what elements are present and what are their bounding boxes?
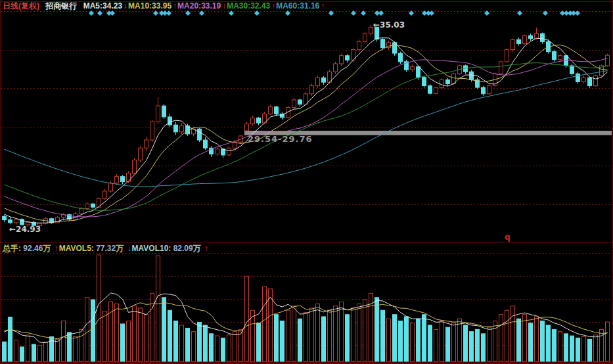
volume-bar-up — [292, 306, 296, 361]
volume-bar-down — [405, 317, 409, 361]
candle-up — [139, 148, 143, 160]
volume-bar-up — [340, 302, 344, 361]
vol-value: 92.46 — [23, 244, 43, 253]
candle-down — [482, 87, 486, 94]
candle-up — [535, 34, 539, 39]
volume-bar-up — [85, 298, 89, 361]
ma30-value: 32.43 — [250, 1, 270, 11]
volume-bar-down — [422, 315, 426, 361]
candle-up — [245, 124, 249, 131]
volume-bar-down — [588, 339, 592, 361]
candle-up — [316, 78, 320, 85]
volume-bar-down — [204, 325, 208, 361]
volume-bar-down — [174, 321, 178, 361]
event-diamond-icon — [110, 11, 115, 16]
ma-indicator-group: MA5: 34.23↓MA10: 33.95↑MA20: 33.19↑MA30:… — [83, 1, 326, 11]
volume-bar-up — [316, 304, 320, 361]
volume-bar-up — [511, 306, 515, 361]
candle-down — [399, 53, 403, 62]
volume-bar-up — [594, 335, 598, 361]
volume-bar-down — [375, 298, 379, 361]
volume-bar-down — [564, 334, 568, 361]
candle-up — [440, 80, 444, 87]
candle-down — [257, 118, 261, 123]
candle-up — [180, 126, 184, 132]
bottom-frame-strip — [0, 361, 613, 364]
candle-down — [588, 78, 592, 85]
candle-up — [369, 27, 373, 34]
candle-up — [85, 204, 89, 208]
volume-bar-down — [198, 322, 202, 361]
ma5-line — [5, 38, 608, 223]
volume-bar-up — [233, 332, 237, 361]
volume-bar-up — [493, 321, 497, 361]
volume-bar-down — [446, 327, 450, 361]
vol-unit: 万 — [116, 244, 125, 253]
candle-up — [594, 76, 598, 85]
volume-bar-up — [26, 335, 30, 361]
candle-down — [3, 216, 7, 219]
candle-up — [269, 107, 273, 114]
candle-up — [251, 118, 255, 124]
volume-bar-down — [428, 325, 432, 361]
volume-bar-up — [440, 321, 444, 361]
event-diamond-icon — [185, 11, 191, 16]
volume-bar-down — [68, 332, 72, 361]
candle-up — [14, 219, 18, 223]
candle-up — [150, 122, 154, 140]
volume-bar-up — [62, 321, 66, 361]
candle-up — [310, 86, 314, 94]
volume-bar-up — [156, 256, 160, 361]
volume-bar-down — [553, 329, 556, 361]
vol-MAVOL10-label: MAVOL10: — [132, 244, 173, 253]
volume-bar-up — [558, 332, 562, 361]
volume-bar-down — [517, 319, 521, 361]
trend-up-arrow-icon: ↑ — [204, 244, 208, 253]
volume-bar-down — [470, 332, 474, 361]
volume-bar-up — [363, 300, 367, 361]
ma20-value: 33.19 — [201, 1, 221, 11]
volume-bar-down — [570, 336, 574, 361]
volume-bar-up — [145, 315, 148, 361]
volume-bar-up — [369, 293, 373, 361]
volume-bar-up — [74, 336, 78, 361]
candle-down — [417, 67, 420, 78]
volume-bar-up — [227, 335, 231, 361]
candle-down — [381, 39, 385, 48]
candle-up — [488, 86, 491, 94]
volume-bar-down — [476, 329, 480, 361]
event-diamond-icon — [351, 11, 356, 16]
candle-down — [168, 117, 172, 125]
volume-bar-up — [535, 317, 539, 361]
volume-bar-down — [168, 310, 172, 361]
candle-down — [91, 204, 95, 207]
volume-bar-up — [127, 321, 131, 361]
candle-down — [553, 52, 556, 60]
volume-bar-down — [275, 315, 279, 361]
volume-bar-up — [304, 312, 308, 361]
kline-chart-canvas[interactable]: ←35.03←24.9329.54-29.76q — [0, 0, 613, 364]
candle-up — [363, 34, 367, 41]
volume-bar-down — [91, 300, 95, 361]
volume-bar-up — [139, 308, 143, 361]
volume-bar-up — [523, 315, 527, 361]
volume-bar-down — [221, 338, 225, 361]
candle-down — [393, 43, 397, 53]
volume-bar-up — [38, 345, 42, 361]
event-diamond-icon — [229, 11, 234, 16]
event-diamond-icon — [409, 11, 414, 16]
ma10-value: 33.95 — [152, 1, 171, 11]
volume-bar-down — [32, 344, 36, 361]
event-diamond-icon — [429, 11, 434, 16]
volume-bar-down — [20, 347, 24, 361]
candle-up — [606, 55, 610, 66]
ma30-label: MA30: — [227, 1, 250, 11]
volume-bar-up — [458, 319, 462, 361]
candle-down — [529, 35, 533, 39]
period-label: 日线(复权) — [3, 1, 39, 12]
volume-bar-up — [328, 310, 332, 361]
chart-info-bar: 日线(复权) 招商银行 MA5: 34.23↓MA10: 33.95↑MA20:… — [3, 1, 325, 9]
volume-bar-up — [269, 289, 273, 361]
candle-up — [227, 148, 231, 155]
volume-bar-up — [488, 327, 491, 361]
